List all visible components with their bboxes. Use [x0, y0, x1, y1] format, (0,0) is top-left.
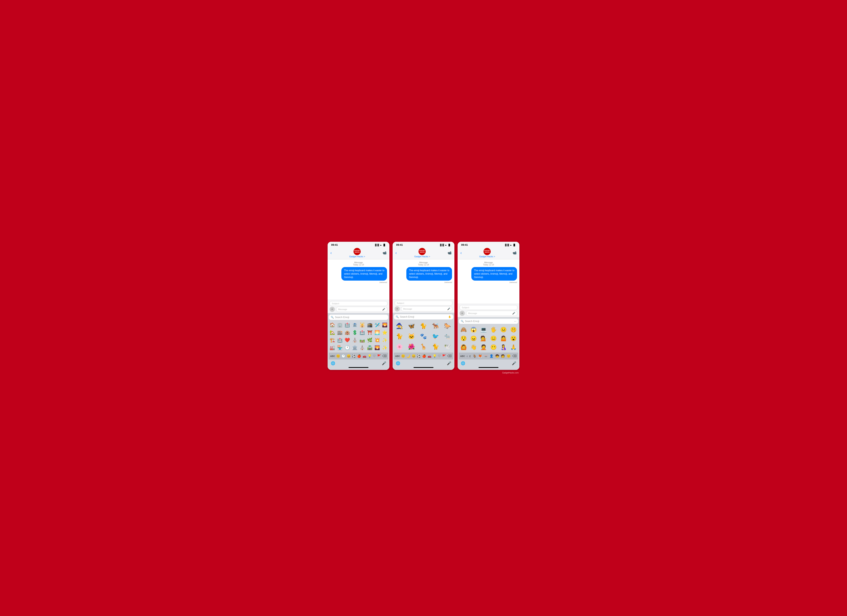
sticker-cell[interactable]: 🦒 — [418, 342, 429, 351]
plus-button-2[interactable]: + — [395, 306, 400, 311]
globe-icon-1[interactable]: 🌐 — [331, 361, 335, 365]
emoji-cell[interactable]: 🏬 — [336, 329, 344, 336]
emoji-cell[interactable]: 🌅 — [374, 329, 381, 336]
emoji-cell[interactable]: 🏛️ — [351, 344, 359, 351]
emoji-cell[interactable]: 🏡 — [329, 329, 336, 336]
mic-icon-1[interactable]: 🎤 — [382, 308, 385, 311]
emoji-cell[interactable]: 🏢 — [336, 321, 344, 329]
memoji-cell[interactable]: 😮 — [509, 334, 518, 343]
subject-field-1[interactable]: Subject — [330, 301, 387, 306]
emoji-cell[interactable]: 🏨 — [344, 329, 351, 336]
toolbar-bulb-2[interactable]: 💡 — [432, 354, 437, 358]
toolbar-sticker-2[interactable]: 😊 — [401, 354, 406, 358]
plus-button-1[interactable]: + — [330, 307, 335, 312]
abc-key-3[interactable]: ABC — [460, 355, 466, 358]
sticker-cell[interactable]: 🌺 — [406, 342, 417, 351]
memoji-cell[interactable]: 🙈 — [459, 326, 468, 334]
toolbar-emoji-3[interactable]: 😀 — [346, 354, 351, 358]
more-options-3[interactable]: ··· — [514, 320, 516, 323]
emoji-cell[interactable]: 🕐 — [344, 344, 351, 351]
message-field-1[interactable]: Message 🎤 — [336, 307, 387, 312]
emoji-cell[interactable]: 🛩️ — [374, 321, 381, 329]
emoji-cell[interactable]: 🌄 — [374, 344, 381, 351]
emoji-cell[interactable]: 🏠 — [329, 321, 336, 329]
abc-key-2[interactable]: ABC — [395, 355, 401, 358]
delete-key-2[interactable]: ⌫ — [447, 354, 452, 358]
sticker-cell[interactable]: 🐈 — [418, 321, 429, 331]
plus-button-3[interactable]: + — [460, 311, 465, 316]
delete-key-3[interactable]: ⌫ — [512, 354, 517, 358]
memoji-cell[interactable]: 🖐️ — [489, 326, 498, 334]
subject-field-2[interactable]: Subject — [395, 301, 452, 305]
video-button-1[interactable]: 📹 — [383, 251, 387, 255]
emoji-cell[interactable]: 🛤️ — [359, 337, 366, 344]
emoji-cell[interactable]: 🏗️ — [329, 337, 336, 344]
memoji-cell[interactable]: 🤱 — [499, 343, 508, 351]
emoji-cell[interactable]: 🏪 — [336, 344, 344, 351]
contact-name-1[interactable]: Gadget Hacks > — [349, 255, 365, 258]
video-button-2[interactable]: 📹 — [448, 251, 452, 255]
emoji-cell[interactable]: ✨ — [381, 344, 388, 351]
sticker-cell[interactable]: 🐾 — [418, 332, 429, 341]
delete-key-1[interactable]: ⌫ — [382, 354, 387, 358]
emoji-cell[interactable]: 🏥 — [359, 329, 366, 336]
toolbar-emoji-2[interactable]: 🕐 — [341, 354, 346, 358]
toolbar-car-2[interactable]: 🚗 — [427, 354, 432, 358]
emoji-cell[interactable]: ❤️ — [344, 337, 351, 344]
toolbar-emoji-7[interactable]: 💡 — [367, 354, 372, 358]
memoji-cell[interactable]: 😐 — [499, 326, 508, 334]
emoji-cell[interactable]: 🏥 — [344, 321, 351, 329]
toolbar-person-3[interactable]: 👤 — [489, 354, 494, 358]
subject-field-3[interactable]: Subject — [460, 305, 517, 310]
emoji-cell[interactable]: 🌄 — [381, 321, 388, 329]
memoji-cell[interactable]: 🤦 — [479, 343, 488, 351]
toolbar-emoji-9[interactable]: 🚩 — [376, 354, 382, 358]
memoji-cell[interactable]: 😱 — [469, 326, 478, 334]
memoji-cell[interactable]: 😠 — [469, 334, 478, 343]
search-bar-3[interactable]: 🔍 Search Emoji ··· — [459, 319, 518, 324]
mic-bottom-1[interactable]: 🎤 — [382, 361, 386, 365]
toolbar-face-3[interactable]: 😊 — [506, 354, 511, 358]
mic-icon-2[interactable]: 🎤 — [447, 308, 450, 310]
mic-bottom-2[interactable]: 🎤 — [447, 361, 451, 365]
emoji-cell[interactable]: ⛪ — [359, 344, 366, 351]
toolbar-face-2[interactable]: 😀 — [411, 354, 416, 358]
toolbar-ball-2[interactable]: ⚽ — [416, 354, 422, 358]
memoji-cell[interactable]: 😯 — [459, 334, 468, 343]
memoji-cell[interactable]: 🙆 — [459, 343, 468, 351]
emoji-cell[interactable]: 🏥 — [336, 337, 344, 344]
memoji-cell[interactable]: 💁 — [479, 334, 488, 343]
toolbar-adult-3[interactable]: 🧑 — [500, 354, 505, 358]
sticker-cell[interactable]: 🐕‍🦺 — [430, 321, 441, 331]
sticker-cell[interactable]: 🦋 — [406, 321, 417, 331]
toolbar-emoji-5[interactable]: 🍎 — [357, 354, 362, 358]
emoji-cell[interactable]: 🌿 — [366, 337, 373, 344]
toolbar-fox-3[interactable]: 🦊 — [478, 354, 483, 358]
back-button-1[interactable]: ‹ — [331, 251, 332, 255]
toolbar-back-3[interactable]: ‹ — [466, 354, 468, 358]
toolbar-emoji-6[interactable]: 🚗 — [362, 354, 367, 358]
memoji-cell[interactable]: 🤫 — [509, 326, 518, 334]
emoji-cell[interactable]: ✨ — [381, 337, 388, 344]
emoji-cell[interactable]: 💲 — [351, 329, 359, 336]
toolbar-heart-2[interactable]: ♡ — [437, 354, 441, 358]
memoji-cell[interactable]: 🤷 — [499, 334, 508, 343]
sticker-cell[interactable]: 🧙‍♀️ — [394, 321, 405, 331]
emoji-cell[interactable]: 🏦 — [351, 321, 359, 329]
toolbar-emoji-4[interactable]: ⚽ — [351, 354, 357, 358]
sticker-cell[interactable]: 🐀 — [442, 332, 453, 341]
toolbar-goat-3[interactable]: 🐐 — [472, 354, 477, 358]
emoji-cell[interactable]: 🛣️ — [366, 344, 373, 351]
contact-name-3[interactable]: Gadget Hacks > — [479, 255, 495, 258]
memoji-cell[interactable]: 😶 — [489, 343, 498, 351]
emoji-cell[interactable]: 🏭 — [329, 344, 336, 351]
message-field-2[interactable]: Message 🎤 — [401, 306, 452, 311]
toolbar-emoji-1[interactable]: 😊 — [336, 354, 341, 358]
emoji-cell[interactable]: 💥 — [374, 337, 381, 344]
sticker-cell[interactable]: 🐱 — [406, 332, 417, 341]
video-button-3[interactable]: 📹 — [513, 251, 516, 255]
toolbar-mouse-3[interactable]: 🐭 — [483, 354, 488, 358]
sticker-cell[interactable]: 🐈 — [394, 332, 405, 341]
back-button-2[interactable]: ‹ — [395, 251, 397, 255]
contact-name-2[interactable]: Gadget Hacks > — [414, 255, 430, 258]
